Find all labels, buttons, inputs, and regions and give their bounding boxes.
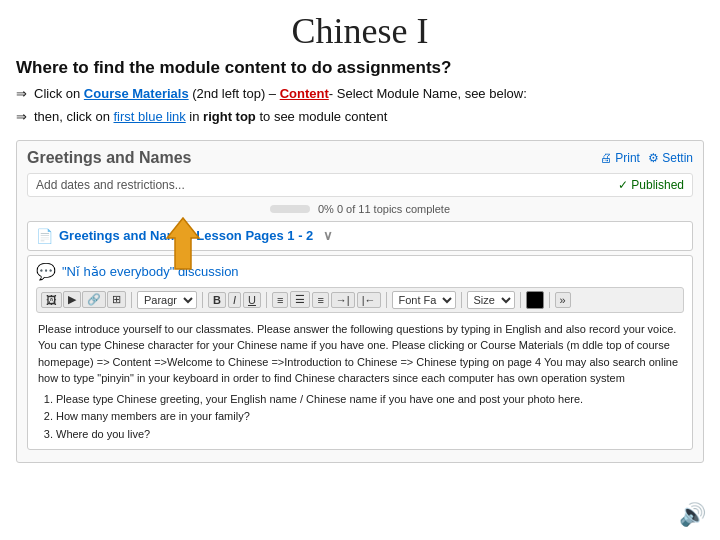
discussion-item-title[interactable]: 💬 "Nǐ hǎo everybody" discussion <box>36 262 684 281</box>
progress-row: 0% 0 of 11 topics complete <box>27 203 693 215</box>
progress-label: 0% 0 of 11 topics complete <box>318 203 450 215</box>
right-top-label: right top <box>203 109 256 124</box>
course-materials-link[interactable]: Course Materials <box>84 86 189 101</box>
up-arrow-overlay <box>163 216 203 274</box>
toolbar-divider-1 <box>131 292 132 308</box>
instruction-line-1: ⇒ Click on Course Materials (2nd left to… <box>16 84 704 105</box>
toolbar-group-media: 🖼 ▶ 🔗 ⊞ <box>41 291 126 308</box>
size-select[interactable]: Size <box>467 291 515 309</box>
tb-align-center-btn[interactable]: ☰ <box>290 291 310 308</box>
tb-italic-btn[interactable]: I <box>228 292 241 308</box>
speaker-icon[interactable]: 🔊 <box>679 502 706 528</box>
canvas-header: Greetings and Names 🖨 Print ⚙ Settin <box>27 149 693 167</box>
tb-outdent-btn[interactable]: |← <box>357 292 381 308</box>
add-dates-text: Add dates and restrictions... <box>36 178 185 192</box>
tb-indent-btn[interactable]: →| <box>331 292 355 308</box>
editor-toolbar: 🖼 ▶ 🔗 ⊞ Paragr B I U ≡ ☰ ≡ →| |← Font Fa <box>36 287 684 313</box>
tb-media-btn[interactable]: ▶ <box>63 291 81 308</box>
progress-bar-outer <box>270 205 310 213</box>
first-blue-link[interactable]: first blue link <box>114 109 186 124</box>
list-item-2: How many members are in your family? <box>56 408 684 426</box>
toolbar-divider-4 <box>386 292 387 308</box>
discussion-icon: 💬 <box>36 262 56 281</box>
list-item-1: Please type Chinese greeting, your Engli… <box>56 391 684 409</box>
instruction-text-2: then, click on first blue link in right … <box>34 107 387 128</box>
page-title: Chinese I <box>0 0 720 56</box>
toolbar-divider-5 <box>461 292 462 308</box>
tb-extra-btn[interactable]: ⊞ <box>107 291 126 308</box>
tb-link-btn[interactable]: 🔗 <box>82 291 106 308</box>
canvas-actions: 🖨 Print ⚙ Settin <box>600 151 693 165</box>
published-badge: ✓ Published <box>618 178 684 192</box>
arrow-2: ⇒ <box>16 107 30 128</box>
page-subtitle: Where to find the module content to do a… <box>0 56 720 82</box>
content-body-text: Please introduce yourself to our classma… <box>36 317 684 391</box>
instruction-line-2: ⇒ then, click on first blue link in righ… <box>16 107 704 128</box>
discussion-item[interactable]: 💬 "Nǐ hǎo everybody" discussion 🖼 ▶ 🔗 ⊞ … <box>27 255 693 451</box>
instruction-text-1: Click on Course Materials (2nd left top)… <box>34 84 527 105</box>
tb-more-btn[interactable]: » <box>555 292 571 308</box>
toolbar-divider-6 <box>520 292 521 308</box>
settings-action[interactable]: ⚙ Settin <box>648 151 693 165</box>
numbered-list: Please type Chinese greeting, your Engli… <box>36 391 684 444</box>
module-title: Greetings and Names <box>27 149 192 167</box>
color-picker[interactable] <box>526 291 544 309</box>
add-dates-bar[interactable]: Add dates and restrictions... ✓ Publishe… <box>27 173 693 197</box>
canvas-module-box: Greetings and Names 🖨 Print ⚙ Settin Add… <box>16 140 704 464</box>
list-item-3: Where do you live? <box>56 426 684 444</box>
toolbar-divider-3 <box>266 292 267 308</box>
tb-align-left-btn[interactable]: ≡ <box>272 292 288 308</box>
tb-img-btn[interactable]: 🖼 <box>41 292 62 308</box>
paragraph-select[interactable]: Paragr <box>137 291 197 309</box>
font-select[interactable]: Font Fa <box>392 291 456 309</box>
expand-icon-1[interactable]: ∨ <box>323 228 333 243</box>
book-icon: 📄 <box>36 228 53 244</box>
tb-align-right-btn[interactable]: ≡ <box>312 292 328 308</box>
svg-marker-0 <box>167 218 199 269</box>
toolbar-divider-2 <box>202 292 203 308</box>
tb-underline-btn[interactable]: U <box>243 292 261 308</box>
module-item-1[interactable]: 📄 Greetings and Names Lesson Pages 1 - 2… <box>27 221 693 251</box>
print-action[interactable]: 🖨 Print <box>600 151 640 165</box>
arrow-1: ⇒ <box>16 84 30 105</box>
tb-bold-btn[interactable]: B <box>208 292 226 308</box>
module-item-1-title[interactable]: 📄 Greetings and Names Lesson Pages 1 - 2… <box>36 228 684 244</box>
toolbar-divider-7 <box>549 292 550 308</box>
discussion-item-label: "Nǐ hǎo everybody" discussion <box>62 264 239 279</box>
content-link[interactable]: Content <box>280 86 329 101</box>
